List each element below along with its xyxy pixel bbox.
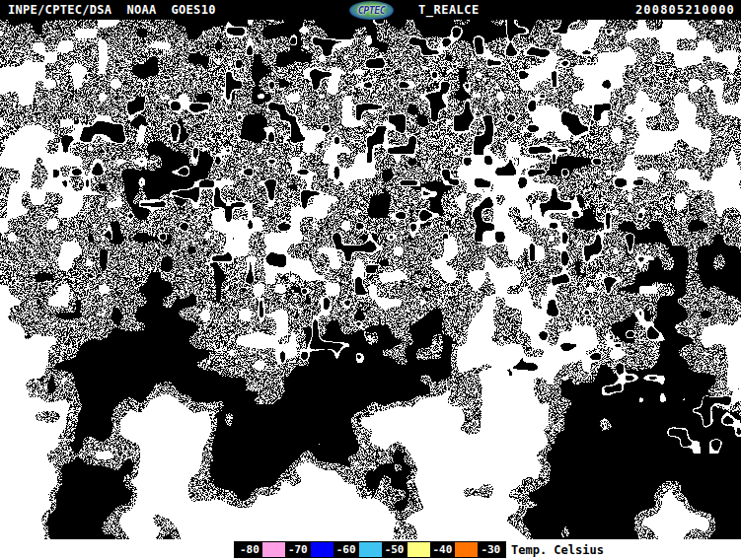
legend-swatch-cyan	[359, 542, 382, 557]
timestamp-label: 200805210000	[635, 3, 735, 17]
legend-swatch-yellow	[408, 542, 430, 557]
legend-label--50: -50	[385, 543, 405, 556]
legend-swatch-orange	[455, 542, 478, 557]
legend-label--60: -60	[336, 543, 356, 556]
legend-swatch-blue	[311, 542, 333, 557]
cptec-logo: CPTEC	[349, 1, 394, 20]
legend-label--40: -40	[433, 543, 453, 556]
agency-satellite-label: INPE/CPTEC/DSA NOAA GOES10	[8, 3, 216, 17]
legend-footer: -80 -70 -60 -50 -40 -30 Temp. Celsius	[0, 539, 741, 560]
temperature-legend: -80 -70 -60 -50 -40 -30	[234, 541, 506, 558]
cptec-logo-text: CPTEC	[358, 5, 386, 16]
legend-label--30: -30	[481, 543, 500, 556]
legend-swatch-pink	[262, 542, 285, 557]
satellite-image-canvas	[0, 20, 741, 539]
legend-title: Temp. Celsius	[511, 543, 604, 557]
legend-label--80: -80	[240, 543, 259, 556]
product-name-label: T_REALCE	[418, 3, 480, 17]
legend-label--70: -70	[288, 543, 308, 556]
satellite-product-window: INPE/CPTEC/DSA NOAA GOES10 CPTEC T_REALC…	[0, 0, 741, 560]
header-bar: INPE/CPTEC/DSA NOAA GOES10 CPTEC T_REALC…	[0, 0, 741, 20]
